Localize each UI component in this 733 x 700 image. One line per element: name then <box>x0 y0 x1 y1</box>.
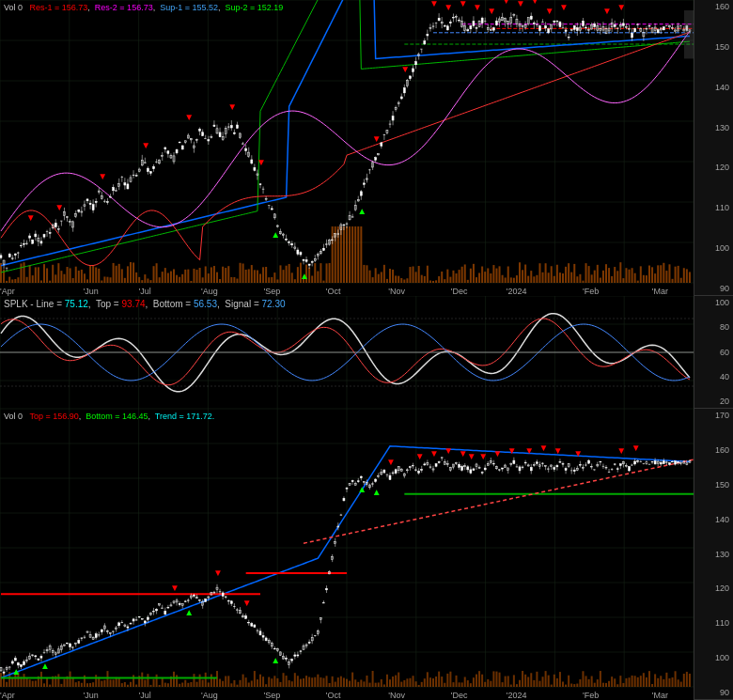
vol-label-2: Vol 0 <box>4 412 27 421</box>
res2-label: Res-2 = 156.73 <box>95 3 153 12</box>
y-tick: 100 <box>696 298 731 307</box>
y-tick: 160 <box>696 445 731 455</box>
middle-panel: SPLK - Line = 75.12, Top = 93.74, Bottom… <box>0 296 733 409</box>
y-tick: 110 <box>696 203 731 212</box>
y-tick: 60 <box>696 348 731 357</box>
y-tick: 130 <box>696 550 731 559</box>
y-tick: 170 <box>696 411 731 420</box>
trend-label: Trend = 171.72. <box>155 412 214 421</box>
bottom-y-axis: 170 160 150 140 130 120 110 100 90 <box>694 409 733 699</box>
y-tick: 20 <box>696 397 731 406</box>
bottom-panel-header: Vol 0 Top = 156.90, Bottom = 146.45, Tre… <box>4 411 214 423</box>
top-y-axis: 160 150 140 130 120 110 100 90 <box>694 0 733 295</box>
y-tick: 140 <box>696 83 731 92</box>
middle-panel-header: SPLK - Line = 75.12, Top = 93.74, Bottom… <box>4 298 286 311</box>
mid-y-axis: 100 80 60 40 20 <box>694 296 733 408</box>
y-tick: 150 <box>696 42 731 52</box>
y-tick: 100 <box>696 653 731 662</box>
y-tick: 160 <box>696 2 731 11</box>
res1-label: Res-1 = 156.73 <box>30 3 88 12</box>
y-tick: 80 <box>696 322 731 332</box>
y-tick: 100 <box>696 243 731 253</box>
chart-container: Vol 0 Res-1 = 156.73, Res-2 = 156.73, Su… <box>0 0 733 700</box>
y-tick: 140 <box>696 515 731 524</box>
y-tick: 110 <box>696 618 731 628</box>
y-tick: 150 <box>696 480 731 490</box>
line-val: 75.12 <box>65 299 88 309</box>
middle-panel-title: SPLK - Line = 75.12, Top = 93.74, Bottom… <box>4 298 286 311</box>
sup1-label: Sup-1 = 155.52 <box>160 3 218 12</box>
y-tick: 120 <box>696 163 731 172</box>
sup2-label: Sup-2 = 152.19 <box>226 3 284 12</box>
bottom-val: 56.53 <box>194 299 217 309</box>
mid-chart-canvas <box>0 296 694 409</box>
vol-label: Vol 0 <box>4 3 27 12</box>
top-chart-canvas <box>0 0 694 296</box>
bottom-chart-canvas <box>0 409 694 700</box>
signal-val: 72.30 <box>262 299 286 309</box>
y-tick: 90 <box>696 284 731 293</box>
top-panel-subtitle: Vol 0 Res-1 = 156.73, Res-2 = 156.73, Su… <box>4 2 283 14</box>
top-panel-header: Vol 0 Res-1 = 156.73, Res-2 = 156.73, Su… <box>4 2 283 14</box>
top-price-label: Top = 156.90 <box>29 412 78 421</box>
bottom-panel-subtitle: Vol 0 Top = 156.90, Bottom = 146.45, Tre… <box>4 411 214 423</box>
bottom-panel: Vol 0 Top = 156.90, Bottom = 146.45, Tre… <box>0 409 733 700</box>
y-tick: 90 <box>696 688 731 697</box>
y-tick: 120 <box>696 583 731 593</box>
top-val: 93.74 <box>121 299 145 309</box>
top-panel: Vol 0 Res-1 = 156.73, Res-2 = 156.73, Su… <box>0 0 733 296</box>
y-tick: 130 <box>696 123 731 132</box>
y-tick: 40 <box>696 372 731 381</box>
bottom-price-label: Bottom = 146.45 <box>86 412 148 421</box>
